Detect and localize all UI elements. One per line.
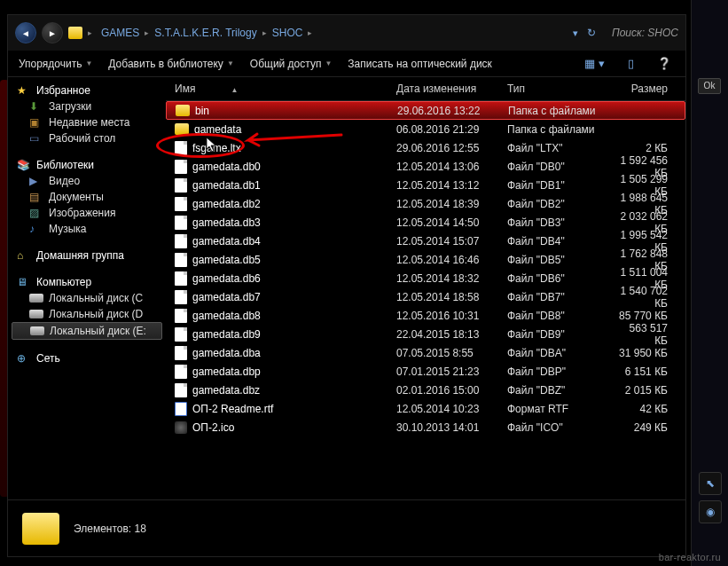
forward-button[interactable]: ► bbox=[42, 22, 63, 43]
file-date: 22.04.2015 18:13 bbox=[396, 328, 507, 341]
file-row[interactable]: gamedata.db412.05.2014 15:07Файл "DB4"1 … bbox=[166, 232, 685, 250]
file-date: 12.05.2014 18:39 bbox=[396, 198, 507, 210]
drive-icon bbox=[30, 326, 44, 335]
sidebar-item-video[interactable]: ▶Видео bbox=[8, 173, 166, 189]
preview-pane-icon[interactable]: ▯ bbox=[624, 57, 638, 70]
col-name[interactable]: Имя▲ bbox=[175, 83, 396, 95]
organize-button[interactable]: Упорядочить▼ bbox=[19, 58, 92, 70]
sidebar-item-downloads[interactable]: ⬇Загрузки bbox=[8, 98, 166, 114]
file-size: 2 015 КБ bbox=[614, 384, 678, 397]
file-row[interactable]: gamedata.db312.05.2014 14:50Файл "DB3"2 … bbox=[166, 213, 685, 232]
music-icon: ♪ bbox=[29, 223, 43, 235]
file-name: ОП-2.ico bbox=[192, 421, 234, 434]
file-icon bbox=[175, 346, 187, 360]
refresh-icon[interactable]: ↻ bbox=[587, 27, 596, 39]
breadcrumb[interactable]: GAMES ▸ S.T.A.L.K.E.R. Trilogy ▸ SHOC ▸ bbox=[101, 27, 312, 39]
sidebar-favorites[interactable]: ★Избранное bbox=[8, 83, 166, 98]
file-icon bbox=[175, 383, 187, 397]
sidebar-drive-d[interactable]: Локальный диск (D bbox=[8, 306, 166, 322]
image-icon: ▨ bbox=[29, 207, 43, 219]
file-row[interactable]: fsgame.ltx29.06.2016 12:55Файл "LTX"2 КБ bbox=[166, 138, 685, 157]
file-date: 12.05.2014 13:12 bbox=[396, 179, 507, 192]
file-date: 29.06.2016 13:22 bbox=[397, 105, 508, 117]
file-type: Файл "DB8" bbox=[507, 310, 614, 322]
add-library-button[interactable]: Добавить в библиотеку▼ bbox=[108, 58, 233, 70]
view-icon[interactable]: ▦ ▾ bbox=[581, 57, 608, 70]
col-type[interactable]: Тип bbox=[507, 83, 614, 95]
search-label: Поиск: bbox=[612, 27, 645, 39]
file-date: 12.05.2016 10:31 bbox=[396, 310, 507, 322]
sidebar-computer[interactable]: 🖥Компьютер bbox=[8, 274, 166, 290]
gadget-cursor-icon[interactable]: ⬉ bbox=[699, 472, 722, 495]
col-size[interactable]: Размер bbox=[614, 83, 678, 95]
folder-large-icon bbox=[22, 513, 59, 545]
file-icon bbox=[175, 234, 187, 248]
file-row[interactable]: gamedata.db012.05.2014 13:06Файл "DB0"1 … bbox=[166, 157, 685, 176]
file-row[interactable]: gamedata.dbz02.01.2016 15:00Файл "DBZ"2 … bbox=[166, 381, 685, 399]
file-name: gamedata.db2 bbox=[192, 198, 261, 210]
file-row[interactable]: bin29.06.2016 13:22Папка с файлами bbox=[166, 101, 685, 120]
sidebar-libraries[interactable]: 📚Библиотеки bbox=[8, 157, 166, 173]
file-type: Файл "DB4" bbox=[507, 235, 614, 248]
file-type: Файл "DB2" bbox=[507, 198, 614, 210]
file-row[interactable]: ОП-2.ico30.10.2013 14:01Файл "ICO"249 КБ bbox=[166, 418, 685, 436]
file-name: gamedata.db7 bbox=[192, 291, 261, 303]
chevron-down-icon: ▼ bbox=[227, 59, 234, 67]
file-row[interactable]: gamedata.db112.05.2014 13:12Файл "DB1"1 … bbox=[166, 176, 685, 194]
file-type: Файл "LTX" bbox=[507, 142, 614, 154]
right-gadget-strip: Ok ⬉ ◉ bbox=[691, 0, 728, 566]
file-row[interactable]: gamedata.dbp07.01.2015 21:23Файл "DBP"6 … bbox=[166, 362, 685, 381]
file-row[interactable]: gamedata.db512.05.2014 16:46Файл "DB5"1 … bbox=[166, 250, 685, 269]
file-list: Имя▲ Дата изменения Тип Размер bin29.06.… bbox=[166, 77, 685, 499]
sidebar-item-images[interactable]: ▨Изображения bbox=[8, 205, 166, 221]
col-date[interactable]: Дата изменения bbox=[396, 83, 507, 95]
sidebar-network[interactable]: ⊕Сеть bbox=[8, 350, 166, 366]
desktop-icon: ▭ bbox=[29, 132, 43, 145]
file-row[interactable]: gamedata.db812.05.2016 10:31Файл "DB8"85… bbox=[166, 306, 685, 325]
drive-icon bbox=[29, 294, 43, 303]
ok-button[interactable]: Ok bbox=[698, 78, 721, 94]
file-row[interactable]: ОП-2 Readme.rtf12.05.2014 10:23Формат RT… bbox=[166, 399, 685, 418]
sidebar-item-recent[interactable]: ▣Недавние места bbox=[8, 114, 166, 130]
file-date: 12.05.2014 15:07 bbox=[396, 235, 507, 248]
sidebar-item-docs[interactable]: ▤Документы bbox=[8, 189, 166, 205]
file-size: 31 950 КБ bbox=[614, 347, 678, 359]
file-row[interactable]: gamedata.db612.05.2014 18:32Файл "DB6"1 … bbox=[166, 269, 685, 287]
help-icon[interactable]: ❔ bbox=[654, 57, 675, 70]
crumb-trilogy[interactable]: S.T.A.L.K.E.R. Trilogy bbox=[154, 27, 256, 39]
file-name: fsgame.ltx bbox=[192, 142, 241, 154]
back-button[interactable]: ◄ bbox=[15, 22, 36, 43]
file-name: gamedata.dbp bbox=[192, 366, 261, 378]
file-name: gamedata.db5 bbox=[192, 254, 261, 266]
file-row[interactable]: gamedata.db212.05.2014 18:39Файл "DB2"1 … bbox=[166, 194, 685, 213]
file-row[interactable]: gamedata.dba07.05.2015 8:55Файл "DBA"31 … bbox=[166, 343, 685, 362]
column-headers[interactable]: Имя▲ Дата изменения Тип Размер bbox=[166, 77, 685, 101]
crumb-shoc[interactable]: SHOC bbox=[272, 27, 303, 39]
file-name: gamedata bbox=[194, 123, 241, 136]
file-type: Файл "DBP" bbox=[507, 366, 614, 378]
file-type: Папка с файлами bbox=[508, 105, 614, 117]
file-row[interactable]: gamedata.db922.04.2015 18:13Файл "DB9"56… bbox=[166, 325, 685, 343]
file-type: Файл "DB1" bbox=[507, 179, 614, 192]
file-date: 12.05.2014 18:58 bbox=[396, 291, 507, 303]
sidebar-drive-c[interactable]: Локальный диск (C bbox=[8, 290, 166, 306]
share-button[interactable]: Общий доступ▼ bbox=[250, 58, 333, 70]
explorer-window: ◄ ► ▸ GAMES ▸ S.T.A.L.K.E.R. Trilogy ▸ S… bbox=[7, 14, 686, 557]
sidebar-homegroup[interactable]: ⌂Домашняя группа bbox=[8, 248, 166, 263]
burn-button[interactable]: Записать на оптический диск bbox=[348, 58, 492, 70]
file-name: gamedata.dba bbox=[192, 347, 261, 359]
sidebar-drive-e[interactable]: Локальный диск (E: bbox=[12, 322, 162, 340]
chevron-right-icon: ▸ bbox=[308, 28, 312, 37]
file-type: Файл "DB9" bbox=[507, 328, 614, 341]
search-box[interactable]: Поиск: SHOC bbox=[612, 27, 678, 39]
file-row[interactable]: gamedata06.08.2016 21:29Папка с файлами bbox=[166, 120, 685, 138]
file-row[interactable]: gamedata.db712.05.2014 18:58Файл "DB7"1 … bbox=[166, 287, 685, 306]
file-date: 06.08.2016 21:29 bbox=[396, 123, 507, 136]
crumb-games[interactable]: GAMES bbox=[101, 27, 139, 39]
sidebar-item-music[interactable]: ♪Музыка bbox=[8, 221, 166, 237]
file-type: Формат RTF bbox=[507, 403, 614, 415]
sidebar-item-desktop[interactable]: ▭Рабочий стол bbox=[8, 130, 166, 146]
dropdown-icon[interactable]: ▾ bbox=[573, 28, 578, 39]
file-size: 563 517 КБ bbox=[614, 322, 678, 347]
gadget-target-icon[interactable]: ◉ bbox=[699, 500, 722, 523]
